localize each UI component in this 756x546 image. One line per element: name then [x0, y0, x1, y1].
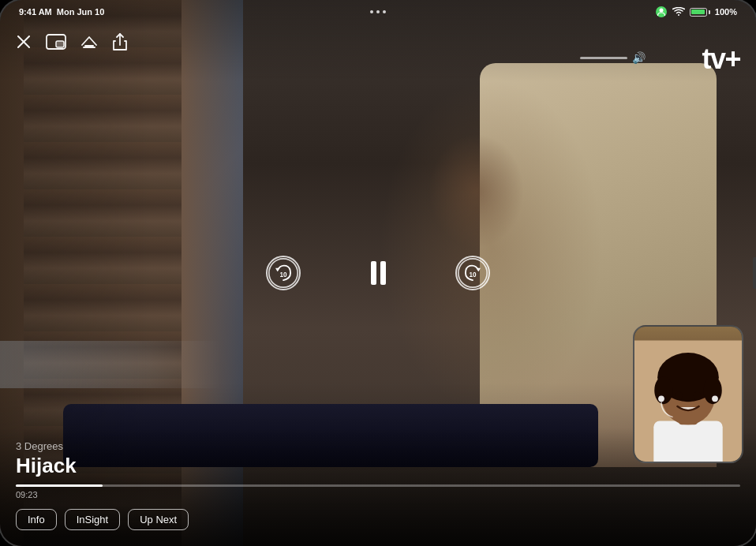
wifi-icon	[672, 7, 685, 17]
pause-bars	[371, 261, 386, 285]
skip-back-icon: 10	[268, 256, 299, 290]
status-center	[370, 10, 386, 13]
side-notch	[753, 257, 756, 289]
close-icon	[16, 34, 32, 50]
battery-fill	[691, 9, 705, 14]
svg-point-1	[659, 9, 663, 13]
battery-tip	[709, 10, 710, 14]
status-dot-1	[370, 10, 373, 13]
pip-icon	[46, 34, 66, 50]
facetime-overlay[interactable]	[633, 325, 743, 463]
pause-button[interactable]	[364, 259, 392, 287]
status-time: 9:41 AM	[19, 7, 52, 17]
status-right: 100%	[655, 6, 737, 18]
playback-controls: 10 10	[266, 256, 490, 290]
svg-point-22	[694, 391, 702, 400]
progress-fill	[16, 484, 103, 487]
progress-bar-container[interactable]	[16, 484, 740, 487]
svg-point-21	[675, 391, 683, 400]
svg-rect-15	[653, 421, 722, 464]
svg-point-24	[712, 395, 718, 402]
battery-percent: 100%	[715, 7, 737, 17]
info-button[interactable]: Info	[16, 509, 57, 530]
volume-bar: 🔊	[580, 51, 646, 64]
close-button[interactable]	[16, 34, 32, 50]
pause-bar-right	[380, 261, 386, 285]
svg-text:10: 10	[469, 271, 477, 279]
time-display: 09:23	[16, 490, 740, 499]
airplay-icon	[80, 34, 98, 50]
svg-rect-6	[84, 45, 94, 47]
status-dot-2	[376, 10, 380, 13]
battery-icon	[690, 8, 710, 17]
toolbar-left	[16, 33, 128, 50]
svg-rect-5	[56, 41, 64, 47]
show-title: Hijack	[16, 454, 740, 478]
user-status-icon	[655, 6, 668, 18]
facetime-person-view	[634, 327, 742, 462]
volume-icon: 🔊	[632, 51, 646, 64]
svg-text:10: 10	[279, 271, 287, 279]
status-dot-3	[383, 10, 386, 13]
facetime-person-image	[634, 338, 742, 463]
status-left: 9:41 AM Mon Jun 10	[19, 7, 104, 17]
share-button[interactable]	[112, 33, 128, 50]
insight-button[interactable]: InSight	[65, 509, 120, 530]
up-next-button[interactable]: Up Next	[128, 509, 189, 530]
skip-forward-icon: 10	[457, 256, 488, 290]
status-date: Mon Jun 10	[57, 7, 105, 17]
battery-body	[690, 8, 707, 17]
svg-point-23	[658, 395, 664, 402]
show-subtitle: 3 Degrees	[16, 440, 740, 452]
apple-tv-logo: tv+	[702, 43, 740, 75]
pip-button[interactable]	[46, 34, 66, 50]
svg-rect-7	[83, 47, 95, 48]
skip-back-button[interactable]: 10	[266, 256, 301, 290]
pause-bar-left	[371, 261, 376, 285]
status-bar: 9:41 AM Mon Jun 10	[0, 0, 756, 24]
share-icon	[112, 33, 128, 50]
tv-plus-text: tv+	[702, 43, 740, 75]
skip-forward-button[interactable]: 10	[455, 256, 490, 290]
volume-line	[580, 57, 627, 59]
bottom-buttons: Info InSight Up Next	[16, 509, 740, 530]
svg-marker-12	[477, 268, 481, 272]
ipad-frame: 9:41 AM Mon Jun 10	[0, 0, 756, 546]
airplay-button[interactable]	[80, 34, 98, 50]
